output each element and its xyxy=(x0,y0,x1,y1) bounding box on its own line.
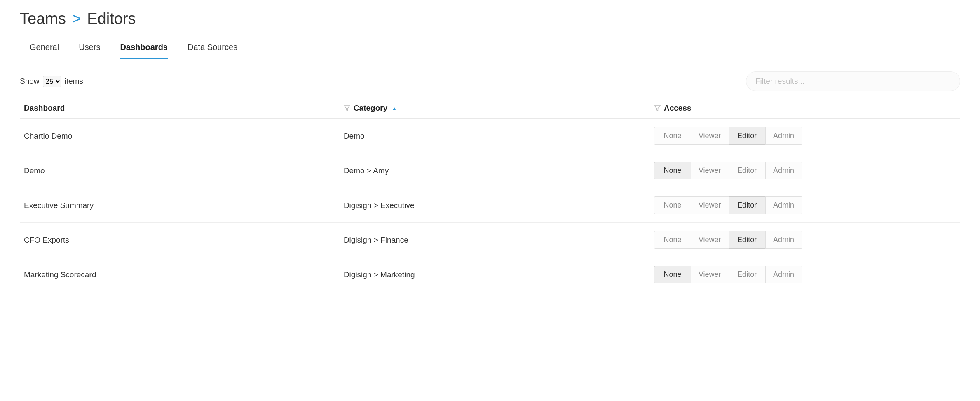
access-none-button[interactable]: None xyxy=(654,231,691,249)
dashboard-name[interactable]: Demo xyxy=(20,153,340,188)
breadcrumb: Teams > Editors xyxy=(20,10,960,28)
column-header-dashboard-label: Dashboard xyxy=(24,104,65,112)
breadcrumb-current: Editors xyxy=(87,10,136,27)
access-none-button[interactable]: None xyxy=(654,266,691,283)
access-none-button[interactable]: None xyxy=(654,127,691,145)
access-viewer-button[interactable]: Viewer xyxy=(691,266,729,283)
tab-general[interactable]: General xyxy=(30,42,59,59)
access-viewer-button[interactable]: Viewer xyxy=(691,162,729,179)
access-admin-button[interactable]: Admin xyxy=(765,266,802,283)
dashboard-name[interactable]: Marketing Scorecard xyxy=(20,257,340,292)
access-editor-button[interactable]: Editor xyxy=(729,127,766,145)
dashboard-name[interactable]: Chartio Demo xyxy=(20,119,340,153)
access-none-button[interactable]: None xyxy=(654,196,691,214)
tabs: General Users Dashboards Data Sources xyxy=(20,42,960,59)
access-cell: NoneViewerEditorAdmin xyxy=(650,119,960,153)
access-admin-button[interactable]: Admin xyxy=(765,162,802,179)
dashboard-category: Demo xyxy=(340,119,650,153)
access-viewer-button[interactable]: Viewer xyxy=(691,196,729,214)
dashboard-category: Digisign > Executive xyxy=(340,188,650,223)
access-editor-button[interactable]: Editor xyxy=(729,231,766,249)
filter-icon[interactable] xyxy=(654,105,661,111)
access-none-button[interactable]: None xyxy=(654,162,691,179)
access-editor-button[interactable]: Editor xyxy=(729,196,766,214)
dashboard-category: Demo > Amy xyxy=(340,153,650,188)
column-header-category-label: Category xyxy=(354,104,387,113)
access-button-group: NoneViewerEditorAdmin xyxy=(654,196,802,214)
access-editor-button[interactable]: Editor xyxy=(729,162,766,179)
filter-results-input[interactable] xyxy=(746,71,960,91)
tab-users[interactable]: Users xyxy=(79,42,100,59)
column-header-dashboard[interactable]: Dashboard xyxy=(20,98,340,119)
table-row: Chartio DemoDemoNoneViewerEditorAdmin xyxy=(20,119,960,153)
access-cell: NoneViewerEditorAdmin xyxy=(650,257,960,292)
tab-data-sources[interactable]: Data Sources xyxy=(188,42,237,59)
dashboards-table: Dashboard Category ▲ xyxy=(20,98,960,292)
tab-dashboards[interactable]: Dashboards xyxy=(120,42,168,59)
table-row: Marketing ScorecardDigisign > MarketingN… xyxy=(20,257,960,292)
show-label-prefix: Show xyxy=(20,77,40,86)
access-admin-button[interactable]: Admin xyxy=(765,127,802,145)
dashboard-name[interactable]: CFO Exports xyxy=(20,223,340,257)
access-viewer-button[interactable]: Viewer xyxy=(691,127,729,145)
access-admin-button[interactable]: Admin xyxy=(765,196,802,214)
table-row: DemoDemo > AmyNoneViewerEditorAdmin xyxy=(20,153,960,188)
access-viewer-button[interactable]: Viewer xyxy=(691,231,729,249)
access-button-group: NoneViewerEditorAdmin xyxy=(654,162,802,179)
access-button-group: NoneViewerEditorAdmin xyxy=(654,127,802,145)
access-button-group: NoneViewerEditorAdmin xyxy=(654,266,802,283)
filter-icon[interactable] xyxy=(344,105,350,111)
page-size-select[interactable]: 25 xyxy=(43,76,61,87)
dashboard-category: Digisign > Marketing xyxy=(340,257,650,292)
access-cell: NoneViewerEditorAdmin xyxy=(650,188,960,223)
dashboard-category: Digisign > Finance xyxy=(340,223,650,257)
show-items-control: Show 25 items xyxy=(20,76,83,87)
access-button-group: NoneViewerEditorAdmin xyxy=(654,231,802,249)
access-cell: NoneViewerEditorAdmin xyxy=(650,153,960,188)
column-header-access-label: Access xyxy=(664,104,692,113)
table-row: Executive SummaryDigisign > ExecutiveNon… xyxy=(20,188,960,223)
access-cell: NoneViewerEditorAdmin xyxy=(650,223,960,257)
sort-asc-icon: ▲ xyxy=(392,106,397,111)
access-admin-button[interactable]: Admin xyxy=(765,231,802,249)
dashboard-name[interactable]: Executive Summary xyxy=(20,188,340,223)
show-label-suffix: items xyxy=(65,77,83,86)
column-header-access[interactable]: Access xyxy=(650,98,960,119)
breadcrumb-parent[interactable]: Teams xyxy=(20,10,66,27)
access-editor-button[interactable]: Editor xyxy=(729,266,766,283)
table-row: CFO ExportsDigisign > FinanceNoneViewerE… xyxy=(20,223,960,257)
column-header-category[interactable]: Category ▲ xyxy=(340,98,650,119)
breadcrumb-separator-icon: > xyxy=(72,10,81,27)
